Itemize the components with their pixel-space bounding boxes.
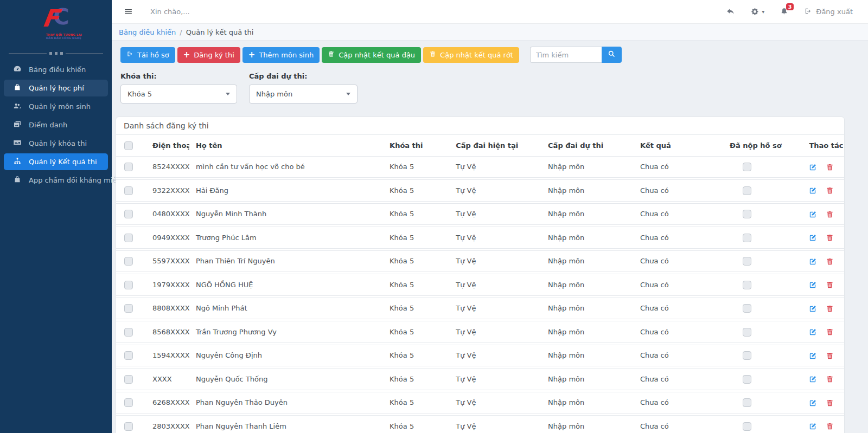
register-exam-button[interactable]: + Đăng ký thi bbox=[177, 47, 240, 63]
submitted-checkbox[interactable] bbox=[743, 328, 751, 337]
logout-button[interactable]: Đăng xuất bbox=[804, 7, 853, 17]
chevron-down-icon bbox=[346, 93, 350, 95]
submitted-checkbox[interactable] bbox=[743, 304, 751, 313]
sidebar-item-label: Điểm danh bbox=[29, 121, 67, 129]
delete-icon[interactable] bbox=[826, 186, 834, 195]
row-select-checkbox[interactable] bbox=[124, 328, 133, 337]
submitted-checkbox[interactable] bbox=[743, 257, 751, 266]
breadcrumb-parent-link[interactable]: Bảng điều khiển bbox=[119, 28, 176, 36]
table-row: 8568XXXX Trần Trương Phương Vy Khóa 5 Tự… bbox=[116, 321, 844, 343]
download-records-button[interactable]: Tải hồ sơ bbox=[120, 47, 175, 63]
edit-icon[interactable] bbox=[809, 352, 817, 360]
cell-actions bbox=[802, 392, 844, 414]
delete-icon[interactable] bbox=[826, 281, 834, 289]
table-row: 1594XXXX Nguyễn Công Định Khóa 5 Tự Vệ N… bbox=[116, 345, 844, 367]
cell-actions bbox=[802, 345, 844, 367]
sidebar-item-label: Quản lý học phí bbox=[29, 84, 84, 92]
delete-icon[interactable] bbox=[826, 257, 834, 266]
row-select-checkbox[interactable] bbox=[124, 422, 133, 431]
bell-icon[interactable]: 3 bbox=[780, 7, 789, 16]
row-select-checkbox[interactable] bbox=[124, 375, 133, 384]
row-select-checkbox[interactable] bbox=[124, 281, 133, 289]
submitted-checkbox[interactable] bbox=[743, 281, 751, 289]
sidebar-item-attendance[interactable]: Điểm danh bbox=[4, 117, 108, 133]
delete-icon[interactable] bbox=[826, 375, 834, 383]
edit-icon[interactable] bbox=[809, 257, 817, 266]
sidebar-divider bbox=[9, 52, 103, 55]
submitted-checkbox[interactable] bbox=[743, 210, 751, 218]
sidebar-item-exam-courses[interactable]: Quản lý khóa thi bbox=[4, 135, 108, 152]
cell-name: Trần Trương Phương Vy bbox=[189, 321, 383, 343]
sidebar-item-exam-results[interactable]: Quản lý Kết quả thi bbox=[4, 153, 108, 170]
settings-menu[interactable]: ▾ bbox=[750, 7, 764, 16]
select-all-checkbox[interactable] bbox=[124, 141, 133, 150]
delete-icon[interactable] bbox=[826, 399, 834, 407]
edit-icon[interactable] bbox=[809, 375, 817, 383]
row-select-checkbox[interactable] bbox=[124, 257, 133, 266]
sidebar-item-tuition[interactable]: Quản lý học phí bbox=[4, 80, 108, 96]
row-select-checkbox[interactable] bbox=[124, 163, 133, 171]
edit-icon[interactable] bbox=[809, 422, 817, 430]
cell-course: Khóa 5 bbox=[383, 274, 449, 296]
sidebar-item-sparring-app[interactable]: App chấm đối kháng miễn phí bbox=[4, 172, 108, 189]
trash-icon bbox=[328, 50, 335, 59]
belt-select[interactable]: Nhập môn bbox=[249, 85, 358, 104]
submitted-checkbox[interactable] bbox=[743, 375, 751, 384]
submitted-checkbox[interactable] bbox=[743, 163, 751, 171]
undo-icon[interactable] bbox=[726, 7, 735, 16]
hamburger-menu-icon[interactable] bbox=[124, 7, 133, 16]
card-title: Danh sách đăng ký thi bbox=[116, 117, 844, 135]
header-course: Khóa thi bbox=[383, 137, 449, 154]
cell-current-belt: Tự Vệ bbox=[449, 203, 541, 225]
search-group bbox=[530, 47, 622, 63]
edit-icon[interactable] bbox=[809, 186, 817, 195]
edit-icon[interactable] bbox=[809, 163, 817, 171]
search-input[interactable] bbox=[530, 47, 602, 63]
sidebar-nav: Bảng điều khiển Quản lý học phí Quản lý … bbox=[0, 61, 112, 195]
table-header-row: Điện thoại Họ tên Khóa thi Cấp đai hiện … bbox=[116, 137, 844, 154]
add-student-button[interactable]: + Thêm môn sinh bbox=[242, 47, 320, 63]
topbar-actions: ▾ 3 Đăng xuất bbox=[726, 7, 853, 17]
users-icon bbox=[13, 101, 22, 112]
course-select[interactable]: Khóa 5 bbox=[120, 85, 237, 104]
cell-current-belt: Tự Vệ bbox=[449, 179, 541, 202]
sidebar-item-label: Bảng điều khiển bbox=[29, 66, 86, 74]
delete-icon[interactable] bbox=[826, 422, 834, 430]
edit-icon[interactable] bbox=[809, 305, 817, 313]
row-select-checkbox[interactable] bbox=[124, 234, 133, 242]
submitted-checkbox[interactable] bbox=[743, 398, 751, 407]
sidebar-item-label: Quản lý môn sinh bbox=[29, 102, 91, 111]
row-select-checkbox[interactable] bbox=[124, 186, 133, 195]
cell-current-belt: Tự Vệ bbox=[449, 392, 541, 414]
submitted-checkbox[interactable] bbox=[743, 186, 751, 195]
delete-icon[interactable] bbox=[826, 163, 834, 171]
row-select-checkbox[interactable] bbox=[124, 210, 133, 218]
row-select-checkbox[interactable] bbox=[124, 398, 133, 407]
cell-result: Chưa có bbox=[634, 415, 723, 433]
row-select-checkbox[interactable] bbox=[124, 304, 133, 313]
submitted-checkbox[interactable] bbox=[743, 351, 751, 360]
sidebar-item-students[interactable]: Quản lý môn sinh bbox=[4, 98, 108, 115]
row-select-checkbox[interactable] bbox=[124, 351, 133, 360]
edit-icon[interactable] bbox=[809, 399, 817, 407]
update-fail-result-button[interactable]: Cập nhật kết quả rớt bbox=[423, 47, 519, 63]
edit-icon[interactable] bbox=[809, 210, 817, 218]
edit-icon[interactable] bbox=[809, 328, 817, 336]
submitted-checkbox[interactable] bbox=[743, 234, 751, 242]
delete-icon[interactable] bbox=[826, 234, 834, 242]
search-icon bbox=[608, 50, 616, 60]
delete-icon[interactable] bbox=[826, 210, 834, 218]
plus-icon: + bbox=[183, 51, 190, 59]
delete-icon[interactable] bbox=[826, 352, 834, 360]
cell-name: Trương Phúc Lâm bbox=[189, 227, 383, 249]
sidebar-item-dashboard[interactable]: Bảng điều khiển bbox=[4, 61, 108, 78]
sidebar-item-label: Quản lý Kết quả thi bbox=[29, 158, 97, 166]
cell-actions bbox=[802, 415, 844, 433]
delete-icon[interactable] bbox=[826, 305, 834, 313]
edit-icon[interactable] bbox=[809, 281, 817, 289]
delete-icon[interactable] bbox=[826, 328, 834, 336]
edit-icon[interactable] bbox=[809, 234, 817, 242]
search-button[interactable] bbox=[602, 47, 622, 63]
update-pass-result-button[interactable]: Cập nhật kết quả đậu bbox=[322, 47, 421, 63]
submitted-checkbox[interactable] bbox=[743, 422, 751, 431]
